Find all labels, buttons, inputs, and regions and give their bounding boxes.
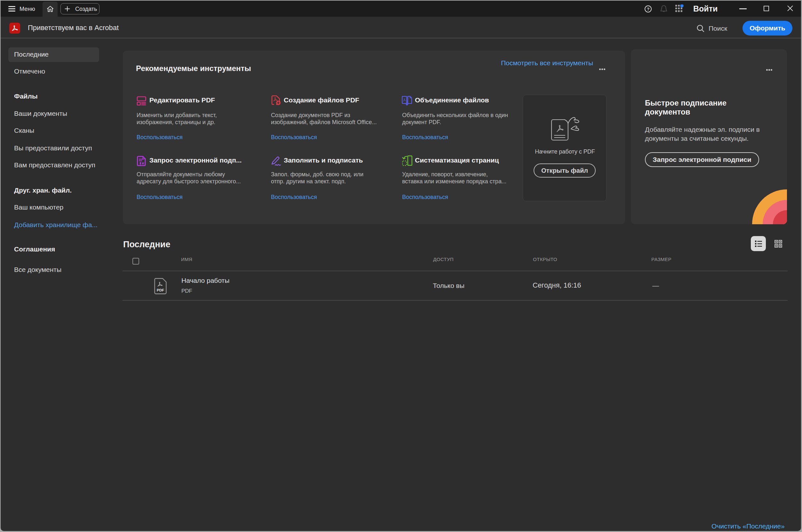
- svg-text:PDF: PDF: [157, 288, 164, 292]
- svg-text:?: ?: [647, 7, 649, 12]
